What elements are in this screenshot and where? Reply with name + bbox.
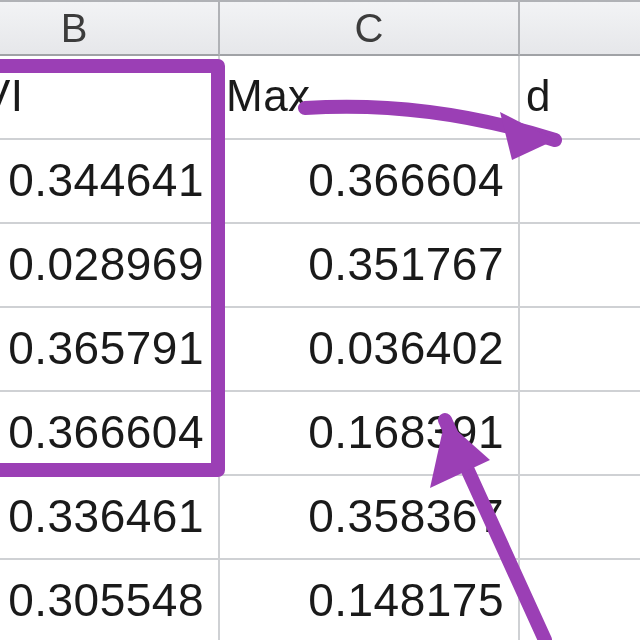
spreadsheet-grid: B C IDVI Max d 0.344641 0.366604 0.02896… (0, 0, 640, 640)
cell-C-r2[interactable]: 0.351767 (220, 224, 520, 308)
cell-C-r5[interactable]: 0.358367 (220, 476, 520, 560)
cell-C-r1[interactable]: 0.366604 (220, 140, 520, 224)
cell-D-header[interactable]: d (520, 56, 640, 140)
cell-D-r6[interactable] (520, 560, 640, 640)
cell-B-r3[interactable]: 0.365791 (0, 308, 220, 392)
column-header-C[interactable]: C (220, 0, 520, 56)
cell-C-r6[interactable]: 0.148175 (220, 560, 520, 640)
cell-D-r5[interactable] (520, 476, 640, 560)
column-letter: B (61, 6, 88, 50)
cell-D-r3[interactable] (520, 308, 640, 392)
column-letter: C (355, 6, 384, 50)
cell-C-r3[interactable]: 0.036402 (220, 308, 520, 392)
cell-B-r4[interactable]: 0.366604 (0, 392, 220, 476)
cell-B-r1[interactable]: 0.344641 (0, 140, 220, 224)
cell-B-r2[interactable]: 0.028969 (0, 224, 220, 308)
cell-D-r4[interactable] (520, 392, 640, 476)
cell-B-r5[interactable]: 0.336461 (0, 476, 220, 560)
column-header-D[interactable] (520, 0, 640, 56)
cell-D-r1[interactable] (520, 140, 640, 224)
cell-B-header[interactable]: IDVI (0, 56, 220, 140)
column-header-B[interactable]: B (0, 0, 220, 56)
cell-D-r2[interactable] (520, 224, 640, 308)
cell-C-r4[interactable]: 0.168391 (220, 392, 520, 476)
cell-C-header[interactable]: Max (220, 56, 520, 140)
cell-B-r6[interactable]: 0.305548 (0, 560, 220, 640)
